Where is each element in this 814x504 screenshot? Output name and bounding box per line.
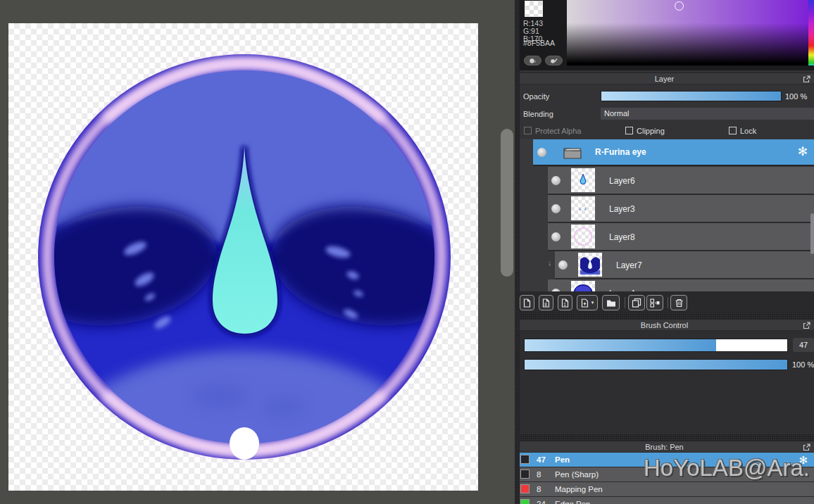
- layer-row[interactable]: Layer6: [548, 167, 814, 195]
- popout-icon[interactable]: [803, 443, 810, 451]
- hue-bar[interactable]: [808, 0, 814, 65]
- brush-control-panel: Brush Control 47 100 %: [515, 317, 814, 436]
- clipping-checkbox[interactable]: [625, 127, 633, 134]
- layer-list: R-Furina eye ✻ Layer6: [515, 139, 814, 291]
- layer-visibility-icon[interactable]: [558, 260, 568, 270]
- palette-add-button[interactable]: [545, 56, 563, 65]
- clipping-label: Clipping: [637, 127, 665, 135]
- brush-size-slider[interactable]: [524, 339, 788, 352]
- brush-list-panel: Brush: Pen 47 Pen ✻ 8 Pen (Sharp) 8 Mapp…: [515, 436, 814, 504]
- brush-opacity-slider[interactable]: [524, 359, 788, 370]
- merge-layer-button[interactable]: [646, 295, 663, 310]
- toolbar-separator: [668, 297, 668, 308]
- folder-icon: [563, 145, 582, 160]
- panel-splitter[interactable]: [515, 434, 814, 441]
- opacity-label: Opacity: [523, 92, 549, 101]
- duplicate-layer-button[interactable]: [628, 295, 645, 310]
- layer-name: Layer7: [616, 260, 642, 270]
- blending-dropdown[interactable]: Normal: [601, 108, 814, 120]
- teardrop-thumb-icon: [571, 168, 595, 192]
- layer-visibility-icon[interactable]: [551, 232, 561, 241]
- layer-visibility-icon[interactable]: [551, 204, 561, 213]
- layer-panel: Layer Opacity 100 % Blending Normal Prot…: [515, 70, 814, 317]
- add-8bit-layer-button[interactable]: 8: [539, 295, 553, 310]
- brush-color-swatch: [520, 455, 530, 464]
- layer-opacity-slider-fill: [601, 92, 781, 101]
- brush-size: 8: [537, 485, 541, 493]
- layer-row[interactable]: Layer8: [548, 223, 814, 251]
- brush-color-swatch: [520, 484, 530, 493]
- layer-opacity-slider[interactable]: [601, 91, 782, 101]
- add-special-layer-dropdown-button[interactable]: ▼: [577, 295, 598, 310]
- protect-alpha-checkbox[interactable]: [524, 127, 532, 134]
- canvas-document[interactable]: [8, 23, 478, 491]
- merge-icon: [650, 298, 660, 308]
- right-dock: R:143 G:91 B:170 #8F5BAA Layer: [515, 0, 814, 504]
- brush-control-title: Brush Control: [515, 319, 814, 331]
- brush-panel-title-label: Brush: Pen: [645, 443, 683, 451]
- brush-size: 47: [537, 455, 546, 464]
- layer-visibility-icon[interactable]: [537, 148, 546, 157]
- clipping-arrow-icon: ↓: [548, 258, 552, 267]
- canvas-vertical-scrollbar[interactable]: [501, 129, 513, 277]
- layer-name: Layer8: [609, 232, 635, 242]
- trash-icon: [675, 298, 684, 308]
- brush-color-swatch: [520, 470, 530, 479]
- layer-thumbnail: [571, 281, 595, 291]
- popout-icon[interactable]: [803, 75, 810, 83]
- dropdown-arrow-icon: ▼: [591, 301, 595, 305]
- layer-name: Layer6: [609, 176, 635, 186]
- paint-app-window: R:143 G:91 B:170 #8F5BAA Layer: [0, 0, 814, 504]
- color-mode-button[interactable]: [524, 56, 541, 65]
- brush-size: 8: [537, 470, 541, 479]
- layer-visibility-icon[interactable]: [551, 176, 561, 185]
- brush-size: 24: [537, 500, 546, 504]
- marks-thumb-icon: [571, 196, 595, 220]
- brush-row-partial[interactable]: 24 Edge Pen: [515, 497, 814, 504]
- brush-row[interactable]: 8 Mapping Pen: [515, 482, 814, 497]
- layer-settings-gear-icon[interactable]: ✻: [798, 146, 808, 158]
- add-folder-button[interactable]: [602, 295, 620, 310]
- layer-thumbnail: [571, 225, 595, 248]
- layer-row[interactable]: Layer7: [555, 251, 814, 279]
- new-8bit-layer-icon: 8: [541, 298, 551, 308]
- brush-name: Mapping Pen: [555, 485, 603, 493]
- blending-value: Normal: [604, 109, 629, 118]
- brush-opacity-slider-fill: [525, 360, 787, 370]
- layer-row[interactable]: Layer3: [548, 195, 814, 223]
- eye-band-thumb-icon: [578, 253, 602, 277]
- blending-label: Blending: [523, 110, 553, 118]
- popout-icon[interactable]: [803, 322, 810, 329]
- new-1bit-layer-icon: 1: [561, 298, 570, 308]
- add-1bit-layer-button[interactable]: 1: [558, 295, 572, 310]
- layer-row-folder-selected[interactable]: R-Furina eye ✻: [533, 139, 814, 166]
- current-color-swatch[interactable]: [525, 1, 543, 17]
- add-layer-button[interactable]: [520, 295, 534, 310]
- layer-thumbnail: [571, 196, 595, 220]
- layer-thumbnail: [578, 253, 602, 277]
- layer-list-scrollbar[interactable]: [810, 213, 814, 254]
- canvas-area[interactable]: [0, 0, 515, 504]
- color-picker-cursor[interactable]: [675, 1, 684, 11]
- brush-panel-title: Brush: Pen: [515, 441, 814, 453]
- layer-thumbnail: [571, 168, 595, 192]
- sphere-thumb-icon: [571, 281, 595, 291]
- lock-checkbox[interactable]: [729, 127, 737, 134]
- layer-opacity-value: 100 %: [785, 92, 807, 101]
- saturation-value-picker[interactable]: [567, 0, 808, 65]
- panel-splitter[interactable]: [515, 313, 814, 319]
- brush-size-value[interactable]: 47: [793, 338, 814, 352]
- delete-layer-button[interactable]: [670, 295, 687, 310]
- dock-drag-handle[interactable]: [515, 0, 520, 504]
- color-panel: R:143 G:91 B:170 #8F5BAA: [515, 0, 814, 70]
- lock-label: Lock: [740, 127, 756, 135]
- palette-icon: [529, 58, 537, 64]
- brush-opacity-value: 100 %: [792, 360, 814, 369]
- layer-folder-name: R-Furina eye: [595, 147, 646, 157]
- eye-artwork: [8, 23, 478, 491]
- layer-row-partial[interactable]: Layer4: [548, 279, 814, 291]
- svg-text:1: 1: [563, 301, 566, 306]
- new-layer-icon: [522, 298, 532, 308]
- brush-name: Pen (Sharp): [555, 470, 599, 479]
- toolbar-separator: [625, 297, 625, 308]
